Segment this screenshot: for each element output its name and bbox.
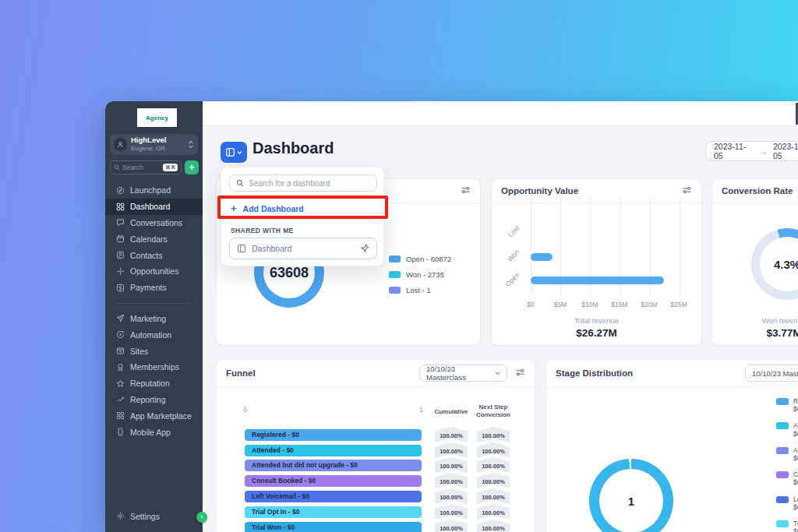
legend-item: Lost - 1 [389, 286, 451, 294]
conversion-donut-chart: 4.3% [751, 228, 798, 300]
date-from: 2023-11-05 [714, 142, 754, 160]
cumulative-badge: 100.00% [435, 457, 468, 473]
sidebar-item-label: Dashboard [130, 202, 170, 211]
contacts-icon [116, 251, 125, 259]
reputation-icon [116, 379, 125, 388]
sidebar-item-memberships[interactable]: Memberships [105, 359, 203, 375]
sidebar-item-label: Conversations [130, 218, 182, 227]
sidebar-item-settings[interactable]: Settings [105, 508, 203, 524]
sidebar-item-label: Memberships [130, 362, 179, 372]
legend-item: Attended$0 [776, 421, 798, 437]
total-revenue-label: Total revenue [492, 316, 701, 325]
filter-sliders-icon[interactable] [515, 368, 525, 379]
card-title: Conversion Rate [722, 186, 793, 196]
won-revenue-block: Won revenue $3.77M [737, 316, 798, 339]
sites-icon [116, 347, 125, 355]
pin-icon[interactable] [360, 244, 369, 253]
sidebar-collapse-button[interactable]: ‹ [196, 512, 207, 523]
arrow-right-icon: → [759, 146, 768, 156]
sidebar-menu: Launchpad Dashboard Conversations Calend… [105, 182, 203, 440]
funnel-bar[interactable]: Trial Won - $0 [245, 522, 422, 532]
sidebar-item-contacts[interactable]: Contacts [105, 247, 203, 263]
bar-open [531, 277, 664, 284]
sidebar-item-sites[interactable]: Sites [105, 343, 203, 359]
next-step-badge: 100.00% [477, 488, 510, 504]
chevron-down-icon [495, 372, 500, 375]
stage-legend: Registered$0 Attended$0 Attended but did… [776, 397, 798, 532]
sidebar-search-input[interactable]: Search ⌘ K [110, 160, 182, 174]
legend-item: Attended but did not upgrade$0 [776, 446, 798, 462]
account-switcher[interactable]: HighLevel Eugene, OR [110, 134, 198, 155]
x-tick: $5M [554, 301, 567, 308]
funnel-filter-select[interactable]: 10/10/23 Masterclass [419, 365, 507, 382]
sidebar-item-label: Launchpad [130, 185, 171, 195]
gear-icon [116, 512, 125, 520]
reporting-icon [116, 395, 125, 403]
sidebar-item-automation[interactable]: Automation [105, 326, 203, 343]
next-step-badge: 100.00% [477, 504, 510, 520]
cumulative-badge: 100.00% [435, 488, 468, 504]
search-placeholder: Search [122, 164, 161, 171]
payments-icon [116, 284, 125, 292]
date-range-picker[interactable]: 2023-11-05 → 2023-12-05 [705, 141, 798, 161]
cumulative-badge: 100.00% [435, 504, 468, 520]
funnel-bar[interactable]: Registered - $0 [245, 429, 422, 441]
agency-logo: Agency [137, 108, 177, 127]
dashboard-search-placeholder: Search for a dashboard [249, 179, 330, 188]
funnel-card: Funnel 10/10/23 Masterclass 0 1 Cumulati… [216, 359, 535, 532]
dashboard-content: Dashboard 2023-11-05 → 2023-12-05 63608 [203, 126, 798, 532]
card-title: Opportunity Value [501, 186, 578, 196]
sidebar-item-app-marketplace[interactable]: App Marketplace [105, 407, 203, 424]
legend-swatch [776, 520, 789, 527]
sidebar-item-dashboard[interactable]: Dashboard [105, 199, 203, 215]
funnel-bar[interactable]: Trial Opt In - $0 [245, 506, 422, 518]
sidebar-item-marketing[interactable]: Marketing [105, 311, 203, 327]
filter-sliders-icon[interactable] [461, 185, 471, 196]
funnel-bar[interactable]: Attended - $0 [245, 445, 422, 456]
automation-icon [116, 330, 125, 339]
sidebar-item-launchpad[interactable]: Launchpad [105, 182, 203, 199]
legend-item: Left Voicemail$0 [776, 495, 798, 511]
funnel-bar[interactable]: Left Voicemail - $0 [245, 491, 422, 502]
x-tick: $0 [527, 301, 534, 308]
chevron-updown-icon [188, 140, 194, 149]
sidebar-item-opportunities[interactable]: Opportunities [105, 263, 203, 280]
chevron-down-icon [237, 150, 242, 155]
total-revenue-value: $26.27M [492, 327, 701, 339]
legend-item: Registered$0 [776, 397, 798, 413]
funnel-bar[interactable]: Attended but did not upgrade - $0 [245, 460, 422, 471]
card-title: Stage Distribution [556, 368, 633, 378]
user-icon [117, 141, 124, 148]
dashboard-icon [116, 203, 125, 211]
sidebar-item-conversations[interactable]: Conversations [105, 215, 203, 231]
x-tick: $15M [611, 301, 627, 308]
conversion-rate-value: 4.3% [751, 228, 798, 300]
stage-donut-chart: 1 [589, 459, 673, 532]
settings-row: Settings [105, 508, 203, 524]
dashboard-switcher-button[interactable] [221, 142, 247, 163]
funnel-bar[interactable]: Consult Booked - $0 [245, 475, 422, 487]
next-step-badge: 100.00% [477, 427, 510, 442]
filter-sliders-icon[interactable] [682, 185, 692, 196]
sidebar-item-calendars[interactable]: Calendars [105, 231, 203, 247]
stage-filter-select[interactable]: 10/10/23 Masterclass [745, 365, 798, 382]
menu-divider [116, 303, 192, 304]
dashboard-search-input[interactable]: Search for a dashboard [229, 174, 377, 192]
top-bar [203, 101, 798, 126]
dashboard-switcher-dropdown: Search for a dashboard + Add Dashboard S… [221, 167, 384, 266]
next-step-badge: 100.00% [477, 442, 510, 458]
sidebar-item-payments[interactable]: Payments [105, 280, 203, 296]
axis-min: 0 [243, 406, 247, 414]
avatar [114, 138, 127, 151]
sidebar-item-label: Calendars [130, 234, 168, 244]
card-header: Funnel 10/10/23 Masterclass [217, 360, 535, 387]
x-tick: $20M [641, 301, 657, 308]
sidebar-item-mobile-app[interactable]: Mobile App [105, 424, 203, 440]
sidebar-item-reputation[interactable]: Reputation [105, 375, 203, 392]
quick-add-button[interactable]: + [185, 160, 199, 174]
shared-dashboard-item[interactable]: Dashboard [229, 238, 377, 259]
sidebar-item-reporting[interactable]: Reporting [105, 392, 203, 408]
add-dashboard-button[interactable]: + Add Dashboard [231, 203, 304, 214]
account-text: HighLevel Eugene, OR [131, 136, 184, 152]
sidebar-item-label: Sites [130, 347, 148, 356]
